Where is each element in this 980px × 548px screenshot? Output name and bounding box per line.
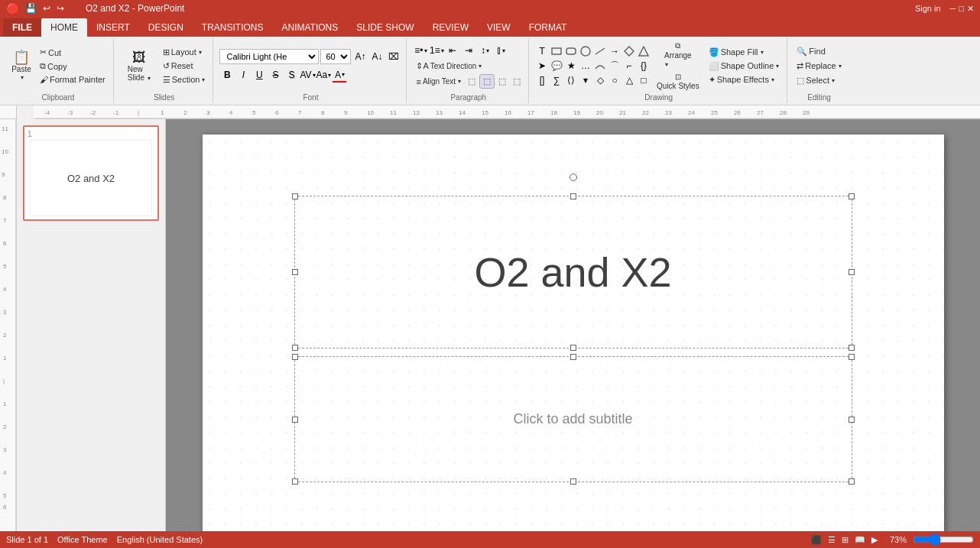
shape-fill-button[interactable]: 🪣 Shape Fill ▾ — [706, 46, 783, 59]
align-left-button[interactable]: ⬚ — [465, 75, 479, 88]
section-button[interactable]: ☰ Section ▾ — [160, 73, 209, 86]
handle-tr[interactable] — [849, 193, 855, 199]
cut-button[interactable]: ✂ Cut — [37, 46, 109, 59]
align-text-button[interactable]: ≡ Align Text ▾ — [413, 76, 464, 88]
tab-slideshow[interactable]: SLIDE SHOW — [347, 18, 423, 37]
shape-triangle[interactable] — [637, 44, 651, 58]
handle-tm[interactable] — [570, 193, 576, 199]
shape-brace[interactable]: {} — [637, 59, 651, 73]
shape-diamond[interactable] — [622, 44, 636, 58]
view-normal-button[interactable]: ⬛ — [811, 535, 822, 545]
tab-review[interactable]: REVIEW — [423, 18, 478, 37]
decrease-indent-button[interactable]: ⇤ — [445, 43, 460, 58]
sub-handle-ml[interactable] — [292, 417, 298, 423]
quick-styles-button[interactable]: ⊡ Quick Styles — [654, 71, 703, 92]
title-textbox[interactable]: O2 and X2 — [294, 196, 852, 349]
rotation-handle[interactable] — [570, 173, 577, 181]
shape-more[interactable]: … — [579, 59, 592, 73]
minimize-button[interactable]: ─ — [950, 4, 956, 13]
justify-button[interactable]: ⬚ — [510, 75, 524, 88]
shape-dd[interactable]: ▾ — [579, 73, 592, 87]
font-size-select[interactable]: 60 — [320, 49, 351, 64]
strikethrough-button[interactable]: S — [268, 67, 283, 83]
sub-handle-tr[interactable] — [849, 354, 855, 360]
shape-rect[interactable] — [550, 44, 563, 58]
new-slide-button[interactable]: 🖼 NewSlide ▾ — [120, 49, 158, 83]
shape-text[interactable]: T — [535, 44, 549, 58]
shape-right-arrow[interactable]: ➤ — [535, 59, 549, 73]
find-button[interactable]: 🔍 Find — [793, 45, 844, 58]
view-sorter-button[interactable]: ⊞ — [842, 535, 849, 545]
decrease-font-size-button[interactable]: A↓ — [369, 49, 385, 64]
handle-tl[interactable] — [292, 193, 298, 199]
bold-button[interactable]: B — [219, 67, 235, 83]
shape-star[interactable]: ★ — [564, 59, 578, 73]
slide-thumb-1[interactable]: 1 O2 and X2 — [23, 125, 159, 221]
slide-canvas[interactable]: O2 and X2 Click to add subtitle — [203, 135, 944, 548]
tab-format[interactable]: FORMAT — [520, 18, 576, 37]
increase-indent-button[interactable]: ⇥ — [461, 43, 476, 58]
shape-effects-button[interactable]: ✦ Shape Effects ▾ — [706, 73, 783, 86]
shape-arrow[interactable]: → — [608, 44, 621, 58]
char-spacing-button[interactable]: AV▾ — [300, 67, 315, 83]
layout-button[interactable]: ⊞ Layout ▾ — [160, 46, 209, 59]
sign-in-button[interactable]: Sign in — [915, 4, 941, 13]
tab-transitions[interactable]: TRANSITIONS — [193, 18, 273, 37]
tab-animations[interactable]: ANIMATIONS — [272, 18, 347, 37]
select-button[interactable]: ⬚ Select ▾ — [793, 74, 844, 87]
slide-title-text[interactable]: O2 and X2 — [295, 196, 852, 348]
shape-scroll[interactable]: ⟨⟩ — [564, 73, 578, 87]
tab-home[interactable]: HOME — [41, 18, 87, 37]
sub-handle-tm[interactable] — [570, 354, 576, 360]
shape-curve[interactable] — [593, 59, 607, 73]
shape-callout[interactable]: 💬 — [550, 59, 563, 73]
handle-bm[interactable] — [570, 345, 576, 351]
shape-extra2[interactable]: ○ — [608, 73, 621, 87]
slide-subtitle-text[interactable]: Click to add subtitle — [295, 357, 852, 482]
shape-extra4[interactable]: □ — [637, 73, 651, 87]
view-outline-button[interactable]: ☰ — [828, 535, 836, 545]
tab-file[interactable]: FILE — [3, 18, 41, 37]
shape-circle[interactable] — [579, 44, 592, 58]
tab-insert[interactable]: INSERT — [87, 18, 139, 37]
view-slideshow-button[interactable]: ▶ — [871, 535, 878, 545]
shadow-button[interactable]: S — [284, 67, 299, 83]
shape-freeform[interactable]: ⌒ — [608, 59, 621, 73]
shape-connectors[interactable]: ⌐ — [622, 59, 636, 73]
canvas-area[interactable]: O2 and X2 Click to add subtitle — [166, 119, 980, 548]
maximize-button[interactable]: □ — [959, 4, 964, 13]
underline-button[interactable]: U — [251, 67, 267, 83]
sub-handle-bl[interactable] — [292, 478, 298, 485]
shape-rounded-rect[interactable] — [564, 44, 578, 58]
increase-font-size-button[interactable]: A↑ — [352, 49, 368, 64]
sub-handle-mr[interactable] — [849, 417, 855, 423]
zoom-slider[interactable] — [913, 533, 974, 546]
sub-handle-br[interactable] — [849, 478, 855, 485]
subtitle-textbox[interactable]: Click to add subtitle — [294, 356, 852, 482]
replace-button[interactable]: ⇄ Replace ▾ — [793, 60, 844, 73]
quick-access-save[interactable]: 💾 — [25, 3, 37, 14]
view-reading-button[interactable]: 📖 — [855, 535, 865, 545]
sub-handle-tl[interactable] — [292, 354, 298, 360]
numbering-button[interactable]: 1≡▾ — [429, 43, 444, 58]
tab-design[interactable]: DESIGN — [139, 18, 193, 37]
align-right-button[interactable]: ⬚ — [495, 75, 509, 88]
shape-extra1[interactable]: ◇ — [593, 73, 607, 87]
shape-outline-button[interactable]: ⬜ Shape Outline ▾ — [706, 60, 783, 73]
reset-button[interactable]: ↺ Reset — [160, 60, 209, 73]
paste-button[interactable]: 📋 Paste ▾ — [8, 49, 35, 83]
copy-button[interactable]: ⧉ Copy — [37, 60, 109, 73]
columns-button[interactable]: ⫿▾ — [493, 43, 508, 58]
font-family-select[interactable]: Calibri Light (He — [219, 49, 319, 64]
italic-button[interactable]: I — [235, 67, 251, 83]
quick-access-redo[interactable]: ↪ — [57, 3, 64, 14]
align-center-button[interactable]: ⬚ — [479, 74, 495, 89]
quick-access-undo[interactable]: ↩ — [43, 3, 50, 14]
handle-bl[interactable] — [292, 345, 298, 351]
clear-formatting-button[interactable]: ⌧ — [386, 49, 401, 64]
bullets-button[interactable]: ≡•▾ — [413, 43, 428, 58]
change-case-button[interactable]: Aa▾ — [316, 67, 331, 83]
format-painter-button[interactable]: 🖌 Format Painter — [37, 73, 109, 86]
sub-handle-bm[interactable] — [570, 478, 576, 485]
shape-equation[interactable]: ∑ — [550, 73, 563, 87]
